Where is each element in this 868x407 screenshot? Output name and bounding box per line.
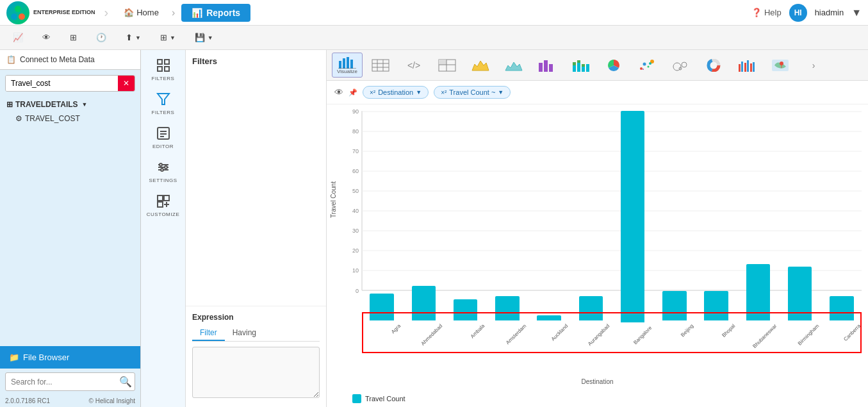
donut-viz-button[interactable] (698, 56, 729, 75)
filters-title: Filters (192, 56, 320, 66)
svg-text:80: 80 (352, 128, 359, 135)
line-chart-tool[interactable]: 📈 (8, 30, 28, 45)
editor-label: EDITOR (152, 144, 174, 149)
bar[interactable] (704, 291, 728, 320)
chart-area: Visualize </> (327, 50, 868, 407)
home-label: Home (136, 8, 159, 17)
svg-rect-61 (741, 62, 743, 72)
code-viz-button[interactable]: </> (398, 57, 429, 74)
filter-tab[interactable]: Filter (192, 326, 225, 341)
help-button[interactable]: ❓ Help (751, 8, 782, 17)
table-viz-button[interactable] (365, 56, 396, 75)
svg-text:0: 0 (356, 288, 359, 294)
save-dropdown-icon: ▼ (208, 35, 213, 41)
line-chart-icon: 📈 (13, 33, 23, 42)
bar-group: Birmingham (780, 111, 820, 352)
travel-count-chip[interactable]: ×² Travel Count ~ ▼ (434, 86, 511, 99)
editor-tool-button[interactable]: EDITOR (144, 122, 183, 153)
travel-cost-item[interactable]: ⚙ TRAVEL_COST (5, 112, 135, 125)
crosstab-viz-button[interactable] (432, 56, 463, 75)
svg-text:60: 60 (352, 168, 359, 174)
bar[interactable] (746, 264, 770, 320)
svg-rect-19 (158, 202, 163, 207)
bar[interactable] (579, 296, 603, 320)
pie-viz-button[interactable] (598, 56, 629, 75)
expression-section: Expression Filter Having (186, 306, 326, 407)
having-tab[interactable]: Having (225, 326, 264, 341)
svg-rect-64 (750, 63, 752, 72)
svg-rect-3 (158, 60, 162, 64)
save-tool[interactable]: 💾 ▼ (190, 30, 218, 45)
filters-tool-button[interactable]: FILTERS (144, 88, 183, 119)
svg-point-2 (19, 13, 25, 20)
settings-tool-button[interactable]: SETTINGS (144, 156, 183, 187)
visualize-tool-button[interactable]: FILTERS (144, 54, 183, 85)
svg-point-67 (780, 62, 783, 65)
version-text: 2.0.0.7186 RC1 (5, 397, 50, 404)
bar[interactable] (662, 291, 686, 320)
clock-tool[interactable]: 🕐 (91, 30, 111, 45)
pin-icon[interactable]: 📌 (348, 88, 357, 97)
connect-meta-label: Connect to Meta Data (20, 55, 95, 64)
bar[interactable] (370, 294, 393, 320)
bar[interactable] (537, 315, 561, 320)
eye-icon: 👁 (42, 33, 51, 42)
table-icon: ⊞ (70, 33, 77, 42)
user-dropdown-icon[interactable]: ▼ (851, 7, 862, 19)
svg-point-17 (161, 169, 163, 171)
eye-tool[interactable]: 👁 (37, 30, 56, 45)
customize-tool-button[interactable]: CUSTOMIZE (144, 190, 183, 221)
bar-chart-wrapper: Travel Count 0 10 20 30 40 50 60 (327, 104, 868, 390)
map-viz-button[interactable] (765, 56, 796, 75)
breadcrumb-arrow: › (172, 7, 175, 19)
svg-point-48 (640, 67, 643, 70)
more-viz-button[interactable]: › (798, 57, 829, 74)
share-tool[interactable]: ⬆ ▼ (120, 30, 146, 45)
bar-group: Auckland (529, 111, 569, 352)
grid-icon: ⊞ (6, 100, 13, 109)
traveldetails-header[interactable]: ⊞ TRAVELDETAILS ▼ (5, 97, 135, 112)
svg-rect-46 (586, 64, 589, 72)
scatter-viz-button[interactable] (632, 56, 662, 75)
database-icon: 📋 (6, 55, 16, 64)
layout-tool[interactable]: ⊞ ▼ (155, 30, 181, 45)
expression-textarea[interactable] (192, 347, 320, 398)
bubble-viz-button[interactable] (665, 56, 696, 75)
svg-point-52 (643, 69, 644, 70)
svg-point-49 (643, 62, 646, 65)
user-name[interactable]: hiadmin (815, 8, 844, 17)
bar[interactable] (621, 111, 644, 322)
line-viz-button[interactable] (498, 56, 529, 75)
bar[interactable] (495, 296, 519, 320)
stacked-bar-viz-button[interactable] (565, 56, 596, 75)
eye-view-icon[interactable]: 👁 (334, 87, 343, 97)
home-button[interactable]: 🏠 Home (117, 5, 165, 20)
visualize-button[interactable]: Visualize (332, 53, 363, 78)
bar-viz-button[interactable] (532, 56, 562, 75)
bar[interactable] (454, 299, 477, 320)
bar-group: Ambala (446, 111, 486, 352)
file-browser-button[interactable]: 📁 File Browser (0, 346, 140, 369)
reports-button[interactable]: 📊 Reports (181, 4, 250, 22)
table-tool[interactable]: ⊞ (65, 30, 82, 45)
destination-chip[interactable]: ×² Destination ▼ (363, 86, 429, 99)
bars-container: AgraAhmedabadAmbalaAmsterdamAucklandAura… (362, 111, 862, 352)
file-search-input[interactable] (6, 374, 117, 390)
svg-rect-24 (350, 60, 353, 69)
bar[interactable] (830, 296, 853, 320)
search-clear-button[interactable]: ✕ (118, 76, 135, 91)
multi-bar-viz-button[interactable] (732, 56, 762, 75)
y-axis-label: Travel Count (330, 174, 337, 226)
svg-rect-41 (573, 62, 576, 65)
reports-label: Reports (206, 8, 240, 18)
connect-metadata-button[interactable]: 📋 Connect to Meta Data (0, 50, 140, 70)
search-input[interactable] (6, 76, 118, 91)
area-viz-button[interactable] (465, 56, 496, 75)
bar[interactable] (788, 267, 812, 320)
nav-separator: › (104, 5, 109, 20)
layout-icon: ⊞ (160, 33, 167, 42)
svg-text:50: 50 (352, 188, 359, 194)
bar-group: Beijing (655, 111, 694, 352)
bar[interactable] (412, 286, 436, 320)
bar-group: Bangalore (613, 111, 653, 352)
